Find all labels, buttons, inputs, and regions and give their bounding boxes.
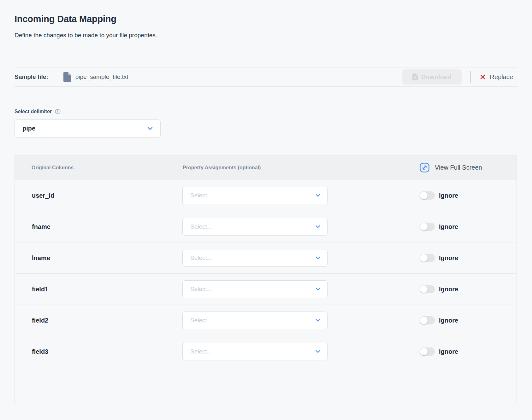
expand-icon (420, 163, 429, 172)
vertical-divider (470, 71, 471, 83)
table-row: fname Select... Ignore (15, 211, 517, 242)
ignore-label: Ignore (439, 348, 458, 355)
column-name: field3 (15, 348, 182, 355)
chevron-down-icon (316, 288, 320, 291)
delimiter-selected-value: pipe (22, 125, 35, 132)
ignore-toggle[interactable] (420, 285, 435, 293)
column-name: lname (15, 254, 182, 262)
column-name: field2 (15, 317, 182, 324)
chevron-down-icon (316, 350, 320, 353)
view-full-screen-button[interactable]: View Full Screen (420, 163, 482, 172)
column-name: field1 (15, 286, 182, 293)
table-row: user_id Select... Ignore (15, 180, 517, 211)
delimiter-section: Select delimiter pipe (15, 109, 517, 137)
toggle-knob (420, 348, 428, 355)
property-select[interactable]: Select... (182, 312, 328, 329)
table-empty-footer (15, 367, 517, 405)
mapping-table-header: Original Columns Property Assignments (o… (15, 155, 517, 180)
replace-button[interactable]: Replace (480, 73, 517, 81)
ignore-toggle[interactable] (420, 254, 435, 262)
ignore-toggle[interactable] (420, 191, 435, 200)
toggle-knob (420, 192, 428, 199)
ignore-toggle[interactable] (420, 347, 435, 356)
table-row: field1 Select... Ignore (15, 273, 517, 305)
file-icon (63, 72, 71, 82)
column-name: user_id (15, 192, 182, 199)
incoming-data-mapping-page: Incoming Data Mapping Define the changes… (0, 0, 532, 405)
property-assignments-header: Property Assignments (optional) (182, 165, 346, 171)
sample-file-label: Sample file: (15, 73, 48, 80)
ignore-label: Ignore (439, 317, 458, 324)
sample-file-bar: Sample file: pipe_sample_file.txt Downlo… (15, 67, 517, 87)
download-file-icon (412, 73, 418, 80)
property-select[interactable]: Select... (182, 249, 328, 267)
chevron-down-icon (316, 319, 320, 322)
sample-file-name: pipe_sample_file.txt (75, 73, 128, 80)
ignore-toggle[interactable] (420, 223, 435, 231)
original-columns-header: Original Columns (15, 165, 182, 171)
property-select[interactable]: Select... (182, 218, 328, 236)
page-title: Incoming Data Mapping (15, 14, 517, 24)
download-button[interactable]: Download (402, 69, 462, 85)
ignore-label: Ignore (439, 192, 458, 199)
property-select[interactable]: Select... (182, 187, 328, 204)
table-row: lname Select... Ignore (15, 242, 517, 273)
toggle-knob (420, 317, 428, 324)
mapping-table: Original Columns Property Assignments (o… (15, 155, 517, 405)
delimiter-label: Select delimiter (15, 109, 52, 114)
chevron-down-icon (147, 127, 153, 130)
toggle-knob (420, 285, 428, 293)
x-icon (480, 74, 486, 80)
chevron-down-icon (316, 225, 320, 228)
table-row: field3 Select... Ignore (15, 336, 517, 367)
toggle-knob (420, 254, 428, 262)
table-row: field2 Select... Ignore (15, 305, 517, 336)
page-subtitle: Define the changes to be made to your fi… (15, 32, 517, 39)
chevron-down-icon (316, 194, 320, 197)
column-name: fname (15, 223, 182, 230)
property-select[interactable]: Select... (182, 343, 328, 360)
delimiter-select[interactable]: pipe (15, 120, 161, 137)
property-select[interactable]: Select... (182, 280, 328, 298)
chevron-down-icon (316, 256, 320, 260)
toggle-knob (420, 223, 428, 230)
ignore-label: Ignore (439, 254, 458, 262)
ignore-label: Ignore (439, 286, 458, 293)
ignore-label: Ignore (439, 223, 458, 230)
ignore-toggle[interactable] (420, 316, 435, 324)
info-icon[interactable] (55, 109, 61, 114)
